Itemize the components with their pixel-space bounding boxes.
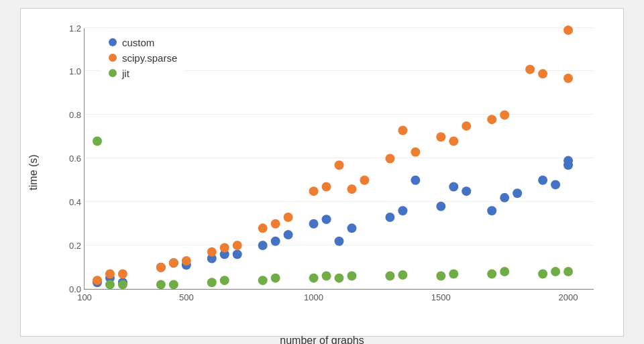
svg-point-72 xyxy=(398,270,407,279)
svg-point-42 xyxy=(322,182,331,191)
svg-point-11 xyxy=(284,230,293,239)
chart-legend: custom scipy.sparse jit xyxy=(101,32,185,89)
svg-point-78 xyxy=(551,266,560,276)
svg-point-8 xyxy=(233,249,242,259)
svg-point-10 xyxy=(271,236,280,245)
svg-point-31 xyxy=(118,269,127,278)
svg-point-9 xyxy=(258,241,268,250)
svg-point-52 xyxy=(487,115,496,124)
svg-point-64 xyxy=(220,276,229,285)
svg-point-79 xyxy=(564,266,573,276)
svg-point-61 xyxy=(156,280,166,289)
svg-point-63 xyxy=(207,278,217,287)
legend-label-jit: jit xyxy=(122,68,129,79)
svg-point-24 xyxy=(513,188,522,198)
svg-point-18 xyxy=(411,175,420,184)
svg-point-13 xyxy=(322,215,331,224)
svg-point-36 xyxy=(220,243,229,252)
svg-point-56 xyxy=(564,25,573,35)
svg-point-62 xyxy=(169,280,178,289)
svg-point-54 xyxy=(525,64,535,74)
svg-point-58 xyxy=(93,136,102,146)
svg-point-67 xyxy=(309,273,319,282)
legend-dot-jit xyxy=(109,69,117,77)
legend-item-jit: jit xyxy=(109,68,177,79)
svg-point-16 xyxy=(385,213,394,222)
svg-point-40 xyxy=(284,213,293,222)
x-axis-label: number of graphs xyxy=(280,335,364,345)
svg-point-68 xyxy=(322,271,331,280)
svg-point-43 xyxy=(335,160,344,170)
svg-point-14 xyxy=(335,236,344,245)
svg-point-21 xyxy=(462,186,471,196)
svg-point-45 xyxy=(360,175,369,184)
svg-point-46 xyxy=(385,154,394,163)
svg-point-17 xyxy=(398,206,407,215)
svg-point-41 xyxy=(309,186,319,196)
svg-point-70 xyxy=(347,271,356,280)
svg-point-77 xyxy=(538,269,547,278)
svg-point-50 xyxy=(449,136,458,146)
svg-point-55 xyxy=(538,69,547,78)
svg-point-53 xyxy=(500,110,509,119)
svg-point-15 xyxy=(347,223,356,233)
svg-point-23 xyxy=(500,192,509,202)
svg-point-30 xyxy=(105,269,115,278)
svg-point-38 xyxy=(258,223,268,233)
svg-point-69 xyxy=(335,273,344,282)
svg-point-71 xyxy=(385,271,394,280)
legend-dot-custom xyxy=(109,38,117,46)
svg-point-25 xyxy=(538,175,547,184)
svg-point-20 xyxy=(449,182,458,191)
svg-point-47 xyxy=(398,125,407,135)
svg-point-57 xyxy=(564,73,573,82)
svg-point-59 xyxy=(105,280,115,289)
svg-point-35 xyxy=(207,247,217,256)
y-axis-label: time (s) xyxy=(28,154,40,190)
svg-point-26 xyxy=(551,180,560,189)
svg-point-39 xyxy=(271,219,280,228)
svg-point-49 xyxy=(436,132,445,141)
svg-point-44 xyxy=(347,184,356,194)
svg-point-12 xyxy=(309,219,319,228)
chart-container: time (s) number of graphs 0.0 0.2 0.4 0.… xyxy=(20,8,624,337)
svg-point-32 xyxy=(156,262,166,272)
svg-point-22 xyxy=(487,206,496,215)
svg-point-19 xyxy=(436,201,445,211)
chart-wrapper: time (s) number of graphs 0.0 0.2 0.4 0.… xyxy=(44,21,600,323)
svg-point-65 xyxy=(258,276,268,285)
legend-label-scipy: scipy.sparse xyxy=(122,52,177,64)
svg-point-28 xyxy=(564,160,573,170)
svg-point-60 xyxy=(118,280,127,289)
svg-point-37 xyxy=(233,241,242,250)
svg-point-73 xyxy=(436,271,445,280)
svg-point-75 xyxy=(487,269,496,278)
legend-item-scipy: scipy.sparse xyxy=(109,52,177,64)
legend-dot-scipy xyxy=(109,54,117,62)
svg-point-48 xyxy=(411,147,420,156)
svg-point-33 xyxy=(169,258,178,268)
svg-point-66 xyxy=(271,273,280,282)
svg-point-34 xyxy=(182,255,191,265)
legend-label-custom: custom xyxy=(122,37,154,48)
legend-item-custom: custom xyxy=(109,37,177,48)
svg-point-51 xyxy=(462,121,471,130)
svg-point-29 xyxy=(93,276,102,285)
svg-point-74 xyxy=(449,269,458,278)
svg-point-76 xyxy=(500,266,509,276)
